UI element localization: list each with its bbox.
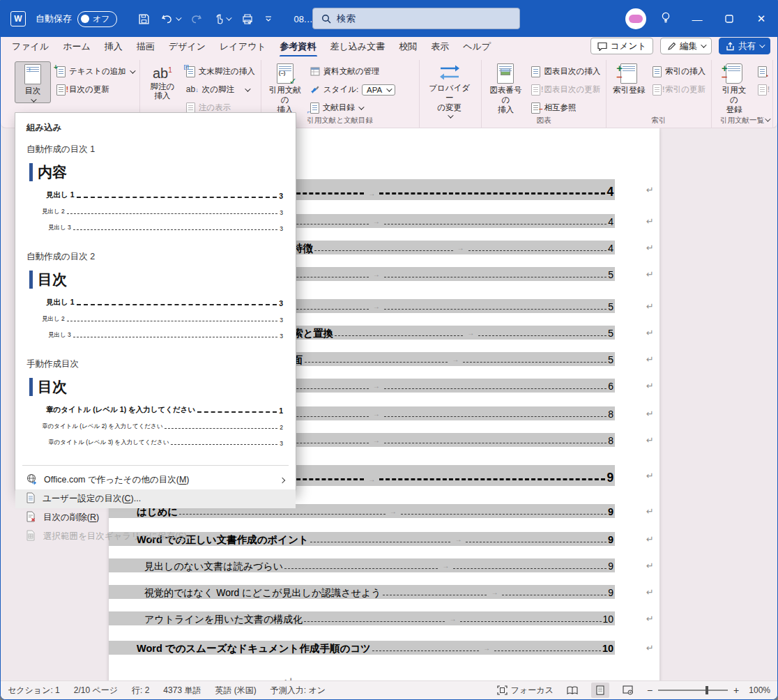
toc-button[interactable]: ⋮ 目次 xyxy=(15,61,51,103)
focus-mode-button[interactable]: フォーカス xyxy=(497,685,554,697)
status-item-5[interactable]: 予測入力: オン xyxy=(270,685,326,697)
toc-gallery-item-1[interactable]: 内容見出し 13見出し 23見出し 33 xyxy=(15,157,296,245)
search-input[interactable]: 検索 xyxy=(312,8,520,29)
minimize-button[interactable]: — xyxy=(681,1,713,37)
zoom-level[interactable]: 100% xyxy=(749,685,770,695)
cross-reference-button[interactable]: – 相互参照 xyxy=(531,100,600,115)
editing-mode-dropdown-icon[interactable] xyxy=(701,42,706,47)
toc-page-number: 4 xyxy=(607,183,613,200)
status-item-3[interactable]: 4373 単語 xyxy=(163,685,201,697)
dot-leader xyxy=(460,621,601,622)
zoom-out-button[interactable]: − xyxy=(647,685,653,696)
tab-active-6[interactable]: 参考資料 xyxy=(273,38,323,56)
bibliography-button[interactable]: ⌐ 文献目録 xyxy=(310,100,413,115)
web-layout-icon xyxy=(623,685,633,695)
tab-5[interactable]: レイアウト xyxy=(213,38,273,56)
insert-footnote-button[interactable]: ab1 脚注の 挿入 xyxy=(144,61,181,101)
add-text-button[interactable]: + テキストの追加 xyxy=(56,64,134,79)
toc-gallery-item-3[interactable]: 目次章のタイトル (レベル 1) を入力してください1章のタイトル (レベル 2… xyxy=(15,372,296,460)
tab-2[interactable]: 挿入 xyxy=(98,38,130,56)
style-dropdown-icon[interactable] xyxy=(386,86,392,91)
zoom-thumb[interactable] xyxy=(705,686,708,694)
undo-dropdown-icon[interactable] xyxy=(176,15,181,20)
menu-item-label: 目次の削除(R) xyxy=(43,512,287,524)
next-footnote-dropdown-icon[interactable] xyxy=(245,86,250,91)
update-index-label: 索引の更新 xyxy=(665,84,705,95)
change-provider-dropdown-icon[interactable] xyxy=(448,113,453,119)
menu-item-m[interactable]: Office.com で作ったその他の目次(M) xyxy=(15,471,296,489)
tab-0[interactable]: ファイル xyxy=(5,38,56,56)
undo-button[interactable] xyxy=(161,13,180,24)
toc-page-number: 10 xyxy=(602,642,613,655)
update-toc-button[interactable]: ! 目次の更新 xyxy=(56,82,134,97)
mark-citation-button[interactable]: + – 引用文の 登録 xyxy=(716,61,752,114)
zoom-in-button[interactable]: + xyxy=(733,685,739,696)
bibliography-dropdown-icon[interactable] xyxy=(358,104,364,109)
gallery-label: 手動作成目次 xyxy=(15,353,296,372)
tab-4[interactable]: デザイン xyxy=(162,38,213,56)
save-button[interactable] xyxy=(138,13,150,25)
close-button[interactable]: ✕ xyxy=(745,1,777,37)
print-layout-button[interactable] xyxy=(591,683,609,698)
gallery-preview-entry: 章のタイトル (レベル 2) を入力してください2 xyxy=(29,423,283,431)
tab-8[interactable]: 校閲 xyxy=(392,38,424,56)
status-item-0[interactable]: セクション: 1 xyxy=(8,685,60,697)
bibliography-label: 文献目録 xyxy=(323,102,355,113)
toc-dropdown-icon[interactable] xyxy=(31,96,36,102)
autosave-state: オフ xyxy=(93,13,110,25)
gallery-preview-entry: 見出し 23 xyxy=(29,315,283,324)
insert-endnote-button[interactable]: [i] 文末脚注の挿入 xyxy=(186,64,255,79)
style-select[interactable]: APA xyxy=(362,84,395,96)
touch-mode-button[interactable] xyxy=(213,13,230,24)
touch-mode-dropdown-icon[interactable] xyxy=(226,15,231,20)
tab-7[interactable]: 差し込み文書 xyxy=(323,38,392,56)
search-icon xyxy=(321,14,331,24)
tab-1[interactable]: ホーム xyxy=(56,38,98,56)
insert-index-button[interactable]: 索引の挿入 xyxy=(653,64,705,79)
tab-10[interactable]: ヘルプ xyxy=(456,38,498,56)
share-button[interactable]: 共有 xyxy=(719,38,770,54)
status-item-1[interactable]: 2/10 ページ xyxy=(74,685,118,697)
tab-3[interactable]: 描画 xyxy=(130,38,162,56)
insert-citation-button[interactable]: (–) ✓ 引用文献の 挿入 xyxy=(266,61,305,114)
page-icon xyxy=(26,492,36,505)
toc-page-number: 8 xyxy=(608,408,613,420)
printer-check-icon xyxy=(241,13,254,25)
status-item-2[interactable]: 行: 2 xyxy=(132,685,149,697)
print-preview-button[interactable] xyxy=(241,13,254,25)
pilcrow-icon: ↵ xyxy=(646,185,654,195)
toc-page-number: 5 xyxy=(608,300,613,313)
comments-button[interactable]: コメント xyxy=(590,38,653,54)
mark-entry-button[interactable]: + – 索引登録 xyxy=(611,61,647,96)
word-logo-icon[interactable]: W xyxy=(10,11,26,26)
zoom-track[interactable] xyxy=(658,690,728,691)
qat-overflow-button[interactable] xyxy=(265,16,272,22)
autosave-switch[interactable]: オフ xyxy=(77,11,117,27)
tab-9[interactable]: 表示 xyxy=(424,38,456,56)
editing-mode-label: 編集 xyxy=(680,40,697,52)
status-item-4[interactable]: 英語 (米国) xyxy=(215,685,256,697)
builtin-header: 組み込み xyxy=(15,120,296,138)
menu-item-r[interactable]: 目次の削除(R) xyxy=(15,508,296,527)
lightbulb-icon[interactable] xyxy=(660,11,671,26)
maximize-button[interactable] xyxy=(713,1,745,37)
manage-sources-icon xyxy=(310,67,320,76)
menu-item-c[interactable]: ユーザー設定の目次(C)... xyxy=(15,489,296,508)
dot-leader xyxy=(384,443,607,443)
insert-table-of-authorities-button[interactable]: ▪ xyxy=(758,64,767,79)
insert-caption-button[interactable]: 図表番号の 挿入 xyxy=(486,61,526,114)
autosave-toggle[interactable]: 自動保存 オフ xyxy=(36,11,117,27)
next-footnote-button[interactable]: ab↓ 次の脚注 xyxy=(186,82,255,97)
manage-sources-button[interactable]: 資料文献の管理 xyxy=(310,64,413,79)
insert-table-of-figures-button[interactable]: 図表目次の挿入 xyxy=(531,64,600,79)
dot-leader xyxy=(384,309,607,310)
add-text-dropdown-icon[interactable] xyxy=(130,68,135,73)
web-layout-button[interactable] xyxy=(619,683,637,698)
toc-gallery-item-2[interactable]: 目次見出し 13見出し 23見出し 33 xyxy=(15,264,296,353)
pilcrow-icon: ↵ xyxy=(646,587,654,598)
read-mode-button[interactable] xyxy=(563,683,581,698)
editing-mode-button[interactable]: 編集 xyxy=(660,38,712,54)
account-avatar[interactable] xyxy=(625,8,646,29)
change-provider-button[interactable]: プロバイダー の変更 xyxy=(424,61,475,119)
share-dropdown-icon[interactable] xyxy=(759,42,765,47)
